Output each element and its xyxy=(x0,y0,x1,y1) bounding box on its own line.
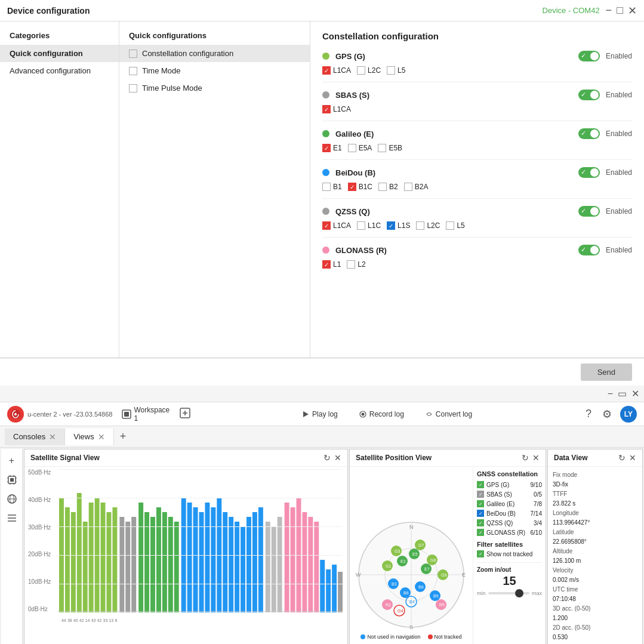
glonass-l1-checkbox[interactable] xyxy=(322,260,331,269)
gnss-qzss-cb[interactable]: ✓ xyxy=(477,519,484,526)
svg-rect-27 xyxy=(77,493,82,612)
svg-rect-49 xyxy=(211,507,215,612)
gps-l1ca-checkbox[interactable] xyxy=(322,66,331,75)
qc-item-time-pulse[interactable]: Time Pulse Mode xyxy=(119,79,310,97)
svg-text:G1: G1 xyxy=(386,564,391,568)
tab-consoles-close[interactable]: ✕ xyxy=(49,432,56,442)
gnss-sbas-cb[interactable]: ✓ xyxy=(477,491,484,498)
tab-consoles[interactable]: Consoles ✕ xyxy=(5,429,65,445)
sidebar-item-advanced-config[interactable]: Advanced configuration xyxy=(0,62,119,79)
qzss-l1s-checkbox[interactable] xyxy=(387,221,395,230)
beidou-b1-checkbox[interactable] xyxy=(322,183,331,191)
show-not-tracked-cb[interactable]: ✓ xyxy=(477,550,484,557)
gnss-beidou-cb[interactable]: ✓ xyxy=(477,510,484,517)
help-button[interactable]: ? xyxy=(583,405,594,423)
gnss-constellation-title: GNSS constellation xyxy=(477,470,542,477)
2d-acc-value: 0.530 xyxy=(553,633,637,642)
gnss-beidou-row: ✓ BeiDou (B) 7/14 xyxy=(477,510,542,517)
globe-icon-button[interactable] xyxy=(4,491,20,507)
app-bar-center: Play log Record log Convert log xyxy=(297,408,477,421)
play-log-button[interactable]: Play log xyxy=(297,408,343,421)
device-config-dialog: Categories Quick configuration Advanced … xyxy=(0,21,644,358)
tab-views-close[interactable]: ✕ xyxy=(98,432,105,442)
glonass-toggle[interactable]: ✓ xyxy=(578,245,600,255)
workspace-icon2[interactable] xyxy=(179,407,191,419)
galileo-toggle[interactable]: ✓ xyxy=(578,128,600,139)
data-view-close[interactable]: ✕ xyxy=(629,453,636,463)
beidou-b2-checkbox[interactable] xyxy=(378,183,387,191)
latitude-value: 22.6695808° xyxy=(553,537,637,547)
signal-view-refresh[interactable]: ↻ xyxy=(323,453,331,463)
tabs-bar: Consoles ✕ Views ✕ + xyxy=(0,426,644,448)
gps-name: GPS (G) xyxy=(335,52,572,61)
convert-log-button[interactable]: Convert log xyxy=(421,408,477,421)
beidou-b2a-checkbox[interactable] xyxy=(404,183,412,191)
record-log-button[interactable]: Record log xyxy=(355,408,409,421)
qzss-toggle[interactable]: ✓ xyxy=(578,206,600,217)
svg-rect-24 xyxy=(59,498,64,612)
gnss-gps-cb[interactable]: ✓ xyxy=(477,481,484,488)
gnss-glonass-cb[interactable]: ✓ xyxy=(477,529,484,536)
qzss-bands: L1CA L1C L1S L2C L5 xyxy=(322,221,632,230)
settings-button[interactable]: ⚙ xyxy=(600,405,614,423)
mini-close-icon[interactable]: ✕ xyxy=(631,388,639,399)
svg-rect-52 xyxy=(229,517,233,612)
qc-label-constellation: Constellation configuration xyxy=(142,49,233,58)
qzss-header: QZSS (Q) ✓ Enabled xyxy=(322,206,632,217)
sky-plot-svg: N S W E G3 G7 G8 G1 G9 xyxy=(355,518,468,631)
svg-rect-3 xyxy=(124,412,129,417)
gps-l5-checkbox[interactable] xyxy=(387,66,395,75)
maximize-button[interactable]: □ xyxy=(617,4,623,17)
svg-text:G9: G9 xyxy=(441,573,446,577)
qzss-l2c-checkbox[interactable] xyxy=(416,221,424,230)
chip-icon-button[interactable] xyxy=(4,472,20,488)
sidebar-item-quick-config[interactable]: Quick configuration xyxy=(0,45,119,62)
svg-rect-33 xyxy=(112,507,117,612)
beidou-toggle[interactable]: ✓ xyxy=(578,167,600,178)
svg-text:B4: B4 xyxy=(409,600,415,604)
data-content: Fix mode 3D-fix TTFF 23.822 s Longitude … xyxy=(548,467,642,644)
minimize-button[interactable]: − xyxy=(606,4,612,17)
galileo-e5a-checkbox[interactable] xyxy=(348,144,356,152)
send-button[interactable]: Send xyxy=(581,363,632,381)
beidou-b1c-checkbox[interactable] xyxy=(348,183,356,191)
glonass-l2: L2 xyxy=(347,260,365,269)
qc-item-time-mode[interactable]: Time Mode xyxy=(119,62,310,79)
glonass-name: GLONASS (R) xyxy=(335,246,572,255)
zoom-slider[interactable] xyxy=(488,592,529,594)
tab-views[interactable]: Views ✕ xyxy=(65,429,113,445)
qzss-l1ca-checkbox[interactable] xyxy=(322,221,331,230)
svg-text:G3: G3 xyxy=(395,549,400,553)
position-view-close[interactable]: ✕ xyxy=(532,453,540,463)
position-view-refresh[interactable]: ↻ xyxy=(522,453,529,463)
gps-header: GPS (G) ✓ Enabled xyxy=(322,51,632,61)
sbas-enabled-label: Enabled xyxy=(606,91,632,99)
galileo-e1-checkbox[interactable] xyxy=(322,144,331,152)
add-view-button[interactable]: + xyxy=(4,452,20,469)
sbas-l1ca-checkbox[interactable] xyxy=(322,105,331,113)
qc-item-constellation[interactable]: Constellation configuration xyxy=(119,45,310,62)
user-avatar[interactable]: LY xyxy=(620,406,637,423)
gps-l2c-checkbox[interactable] xyxy=(357,66,365,75)
mini-minimize-icon[interactable]: − xyxy=(608,389,613,399)
data-view-refresh[interactable]: ↻ xyxy=(618,453,625,463)
qzss-l1c-checkbox[interactable] xyxy=(357,221,365,230)
glonass-l2-checkbox[interactable] xyxy=(347,260,355,269)
close-button[interactable]: ✕ xyxy=(628,4,637,17)
constellation-glonass: GLONASS (R) ✓ Enabled L1 L2 xyxy=(322,245,632,276)
gps-toggle[interactable]: ✓ xyxy=(578,51,600,61)
svg-rect-37 xyxy=(138,503,143,612)
gnss-galileo-cb[interactable]: ✓ xyxy=(477,500,484,507)
fix-mode-label: Fix mode xyxy=(553,470,637,480)
signal-view-close[interactable]: ✕ xyxy=(334,453,341,463)
sbas-toggle[interactable]: ✓ xyxy=(578,90,600,100)
tab-add-button[interactable]: + xyxy=(114,427,133,446)
svg-text:43: 43 xyxy=(91,618,96,623)
list-icon-button[interactable] xyxy=(4,510,20,526)
galileo-e5b-checkbox[interactable] xyxy=(378,144,386,152)
y-label-20: 20dB·Hz xyxy=(28,551,57,557)
mini-restore-icon[interactable]: ▭ xyxy=(618,388,627,399)
galileo-e5b: E5B xyxy=(378,144,402,152)
qzss-l5-checkbox[interactable] xyxy=(446,221,454,230)
svg-text:N: N xyxy=(409,524,414,530)
